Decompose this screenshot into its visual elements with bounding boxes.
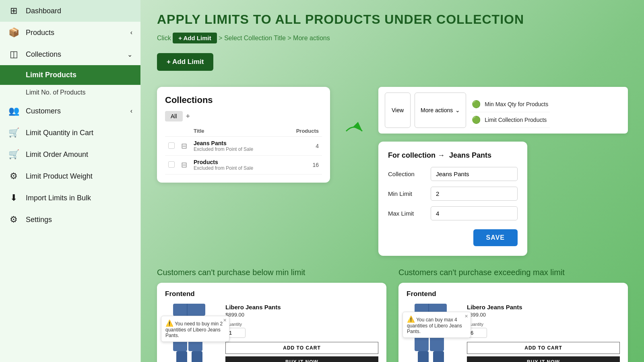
tab-add-button[interactable]: +: [186, 112, 190, 121]
col-products-header: Products: [282, 125, 322, 137]
import-limits-icon: ⬇: [8, 193, 19, 203]
checkbox-products[interactable]: [168, 161, 175, 168]
min-max-icon: 🟢: [472, 100, 481, 109]
sidebar-label-limit-products: Limit Products: [26, 71, 76, 79]
frontend-label-max: Frontend: [407, 290, 620, 298]
customers-icon: 👥: [8, 106, 19, 116]
row-sub-products: Excluded from Point of Sale: [194, 165, 279, 171]
jeans-image-max: ✕ ⚠️ You can buy max 4 quantities of Lib…: [407, 304, 459, 362]
add-limit-inline-btn[interactable]: + Add Limit: [173, 33, 217, 43]
form-input-min[interactable]: [431, 187, 518, 201]
add-limit-button[interactable]: + Add Limit: [157, 53, 213, 71]
top-row: + Add Limit: [157, 53, 628, 83]
limit-weight-icon: ⚙: [8, 171, 19, 181]
sidebar-item-collections[interactable]: ◫ Collections ⌄: [0, 43, 140, 65]
table-row[interactable]: ⊟ Jeans Pants Excluded from Point of Sal…: [165, 137, 322, 156]
row-icon-products: ⊟: [181, 161, 187, 169]
frontend-label-min: Frontend: [165, 290, 378, 298]
dashboard-icon: ⊞: [8, 6, 19, 16]
max-limit-caption: Customers can't purchase exceeding max l…: [398, 268, 628, 277]
page-title: APPLY LIMITS TO ALL PRODUCTS UNDER COLLE…: [157, 12, 628, 27]
more-actions-button[interactable]: More actions ⌄: [415, 93, 466, 128]
products-icon: 📦: [8, 27, 19, 38]
buy-now-button-max[interactable]: BUY IT NOW: [467, 356, 620, 362]
collections-icon: ◫: [8, 49, 19, 60]
sidebar-label-customers: Customers: [26, 107, 61, 115]
menu-item-limit-collection-label: Limit Collection Products: [485, 117, 547, 123]
collections-card: Collections All + Title Products: [157, 87, 330, 183]
col-title-header: Title: [190, 125, 282, 137]
sidebar-label-limit-order: Limit Order Amount: [26, 150, 88, 159]
frontend-card-min: Frontend ✕: [157, 283, 386, 362]
form-label-min: Min Limit: [388, 190, 431, 197]
form-input-collection[interactable]: [431, 167, 518, 181]
sidebar-sub-item-limit-no-products[interactable]: Limit No. of Products: [0, 85, 140, 100]
chevron-more-actions-icon: ⌄: [455, 107, 460, 113]
bottom-left: Customers can't purchase below min limit…: [157, 268, 386, 362]
add-to-cart-button-min[interactable]: ADD TO CART: [225, 342, 378, 354]
sidebar-item-import-limits[interactable]: ⬇ Import Limits in Bulk: [0, 187, 140, 209]
collections-table: Title Products ⊟ Jeans Pants Excluded fr…: [165, 125, 322, 175]
collections-toolbar: All +: [165, 111, 322, 121]
table-row[interactable]: ⊟ Products Excluded from Point of Sale 1…: [165, 156, 322, 175]
more-actions-label: More actions: [421, 107, 453, 113]
product-price-max: $899.00: [467, 312, 620, 318]
close-icon-max[interactable]: ✕: [464, 314, 468, 319]
close-icon-min[interactable]: ✕: [223, 318, 227, 323]
buy-now-button-min[interactable]: BUY IT NOW: [225, 356, 378, 362]
sidebar-item-dashboard[interactable]: ⊞ Dashboard: [0, 0, 140, 22]
save-button[interactable]: SAVE: [473, 229, 518, 246]
warning-text-min: You need to buy min 2 quantities of Libe…: [165, 321, 223, 338]
bottom-section: Customers can't purchase below min limit…: [157, 268, 628, 362]
qty-label-max: Quantity: [467, 322, 620, 327]
more-actions-card: View More actions ⌄ 🟢 Min Max Qty for Pr…: [378, 87, 628, 134]
sidebar-label-limit-no-products: Limit No. of Products: [26, 89, 86, 96]
warning-badge-max: ✕ ⚠️ You can buy max 4 quantities of Lib…: [402, 312, 471, 338]
product-demo-min: ✕ ⚠️ You need to buy min 2 quantities of…: [165, 304, 378, 362]
form-title-pre: For collection →: [388, 151, 445, 159]
add-to-cart-button-max[interactable]: ADD TO CART: [467, 342, 620, 354]
collections-title: Collections: [165, 95, 322, 105]
sidebar-item-limit-quantity[interactable]: 🛒 Limit Quantity in Cart: [0, 122, 140, 144]
row-count-products: 16: [282, 156, 322, 175]
row-title-products: Products: [194, 159, 279, 165]
jeans-image-min: ✕ ⚠️ You need to buy min 2 quantities of…: [165, 304, 217, 362]
sidebar-label-settings: Settings: [26, 216, 52, 224]
limit-order-icon: 🛒: [8, 149, 19, 160]
sidebar-label-products: Products: [26, 29, 54, 37]
sidebar-item-limit-order[interactable]: 🛒 Limit Order Amount: [0, 144, 140, 165]
form-title-collection: Jeans Pants: [449, 151, 491, 159]
row-sub-jeans: Excluded from Point of Sale: [194, 146, 279, 152]
sidebar-label-dashboard: Dashboard: [26, 7, 61, 15]
form-row-max: Max Limit: [388, 206, 518, 220]
sidebar-item-products[interactable]: 📦 Products ‹: [0, 22, 140, 43]
form-label-max: Max Limit: [388, 210, 431, 217]
sidebar-item-limit-products[interactable]: Limit Products: [0, 65, 140, 85]
frontend-card-max: Frontend ✕ ⚠️: [398, 283, 628, 362]
subtitle-pre: Click: [157, 35, 171, 41]
row-count-jeans: 4: [282, 137, 322, 156]
sidebar-item-settings[interactable]: ⚙ Settings: [0, 209, 140, 230]
main-content: APPLY LIMITS TO ALL PRODUCTS UNDER COLLE…: [141, 0, 644, 362]
sidebar-item-customers[interactable]: 👥 Customers ‹: [0, 100, 140, 122]
form-label-collection: Collection: [388, 171, 431, 177]
limit-collection-icon: 🟢: [472, 115, 481, 124]
product-demo-max: ✕ ⚠️ You can buy max 4 quantities of Lib…: [407, 304, 620, 362]
warning-text-max: You can buy max 4 quantities of Libero J…: [407, 317, 462, 334]
checkbox-jeans[interactable]: [168, 142, 175, 149]
product-info-min: Libero Jeans Pants $899.00 Quantity ADD …: [225, 304, 378, 362]
form-title: For collection → Jeans Pants: [388, 151, 518, 160]
view-button[interactable]: View: [385, 93, 411, 128]
subtitle: Click + Add Limit > Select Collection Ti…: [157, 33, 628, 43]
row-title-jeans: Jeans Pants: [194, 140, 279, 146]
chevron-collections-icon: ⌄: [127, 51, 132, 58]
form-input-max[interactable]: [431, 206, 518, 220]
form-card: For collection → Jeans Pants Collection …: [378, 142, 527, 256]
menu-item-min-max[interactable]: 🟢 Min Max Qty for Products: [470, 97, 550, 112]
chevron-customers-icon: ‹: [130, 107, 132, 115]
sidebar-label-limit-weight: Limit Product Weight: [26, 172, 93, 181]
sidebar-item-limit-weight[interactable]: ⚙ Limit Product Weight: [0, 165, 140, 187]
tab-all-button[interactable]: All: [165, 111, 183, 121]
chevron-products-icon: ‹: [130, 29, 132, 36]
menu-item-limit-collection[interactable]: 🟢 Limit Collection Products: [470, 112, 550, 128]
